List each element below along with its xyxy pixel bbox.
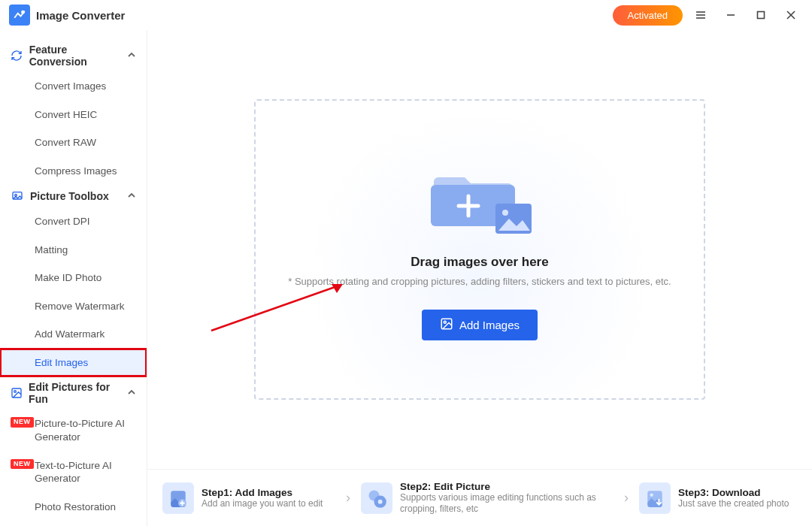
sidebar-item-convert-dpi[interactable]: Convert DPI: [0, 207, 147, 236]
menu-button[interactable]: [689, 3, 713, 27]
sidebar-item-make-id-photo[interactable]: Make ID Photo: [0, 264, 147, 292]
step-1: Step1: Add Images Add an image you want …: [162, 482, 335, 514]
toolbox-icon: [11, 189, 24, 203]
steps-footer: Step1: Add Images Add an image you want …: [147, 469, 812, 526]
sidebar-item-convert-raw[interactable]: Convert RAW: [0, 128, 147, 157]
sidebar-section-label: Edit Pictures for Fun: [29, 381, 121, 405]
step3-desc: Just save the created photo: [678, 498, 789, 509]
svg-point-26: [650, 493, 653, 496]
step1-desc: Add an image you want to edit: [201, 498, 323, 509]
sidebar-section-edit-pictures-for-fun[interactable]: Edit Pictures for Fun: [0, 376, 147, 410]
chevron-right-icon: ›: [618, 490, 635, 506]
sidebar-item-matting[interactable]: Matting: [0, 236, 147, 265]
new-badge: NEW: [11, 417, 34, 428]
chevron-up-icon: [127, 190, 136, 202]
maximize-button[interactable]: [749, 3, 773, 27]
chevron-up-icon: [127, 387, 136, 399]
svg-point-9: [15, 195, 17, 197]
sidebar-item-convert-images[interactable]: Convert Images: [0, 72, 147, 101]
sidebar-item-text-to-picture-ai[interactable]: NEW Text-to-Picture AI Generator: [0, 452, 147, 493]
step-2: Step2: Edit Picture Supports various ima…: [361, 481, 614, 515]
sidebar-section-label: Feature Conversion: [29, 44, 121, 68]
svg-point-24: [378, 499, 383, 503]
sidebar-section-label: Picture Toolbox: [30, 190, 109, 202]
main-area: Drag images over here * Supports rotatin…: [147, 30, 812, 526]
svg-point-17: [444, 321, 446, 323]
svg-point-15: [502, 210, 508, 216]
app-title: Image Converter: [36, 9, 125, 22]
sidebar-item-add-watermark[interactable]: Add Watermark: [0, 320, 147, 349]
sidebar-item-compress-images[interactable]: Compress Images: [0, 157, 147, 186]
image-icon: [440, 317, 453, 333]
sidebar-item-photo-restoration[interactable]: Photo Restoration: [0, 493, 147, 521]
sidebar-section-feature-conversion[interactable]: Feature Conversion: [0, 39, 147, 72]
activated-badge: Activated: [613, 5, 683, 26]
titlebar: Image Converter Activated: [0, 0, 812, 30]
svg-point-0: [22, 11, 24, 14]
sidebar-section-picture-toolbox[interactable]: Picture Toolbox: [0, 185, 147, 207]
refresh-icon: [11, 49, 23, 62]
dropzone-subtext: * Supports rotating and cropping picture…: [273, 276, 686, 287]
sidebar: Feature Conversion Convert Images Conver…: [0, 30, 147, 526]
step2-icon: [361, 482, 392, 514]
dropzone-heading: Drag images over here: [411, 255, 548, 270]
folder-plus-illustration-icon: [423, 159, 536, 241]
svg-rect-5: [758, 12, 765, 19]
dropzone[interactable]: Drag images over here * Supports rotatin…: [254, 99, 705, 400]
app-logo-icon: [9, 5, 30, 26]
add-images-label: Add Images: [459, 319, 520, 331]
svg-point-11: [14, 391, 17, 393]
sidebar-item-edit-images[interactable]: Edit Images: [0, 349, 147, 377]
new-badge: NEW: [11, 459, 34, 470]
sidebar-item-convert-heic[interactable]: Convert HEIC: [0, 101, 147, 129]
step3-title: Step3: Download: [678, 487, 789, 498]
close-button[interactable]: [779, 3, 803, 27]
chevron-right-icon: ›: [340, 490, 356, 506]
sidebar-item-add-special-effects[interactable]: Add Special Effects: [0, 521, 147, 526]
chevron-up-icon: [127, 50, 136, 62]
minimize-button[interactable]: [719, 3, 743, 27]
step1-title: Step1: Add Images: [201, 487, 323, 498]
step-3: Step3: Download Just save the created ph…: [639, 482, 797, 514]
picture-fun-icon: [11, 386, 23, 400]
sidebar-item-picture-to-picture-ai[interactable]: NEW Picture-to-Picture AI Generator: [0, 410, 147, 451]
step3-icon: [639, 482, 671, 514]
sidebar-item-remove-watermark[interactable]: Remove Watermark: [0, 292, 147, 321]
step1-icon: [162, 482, 194, 514]
step2-desc: Supports various image editing functions…: [400, 492, 614, 515]
step2-title: Step2: Edit Picture: [400, 481, 614, 492]
add-images-button[interactable]: Add Images: [422, 310, 538, 340]
